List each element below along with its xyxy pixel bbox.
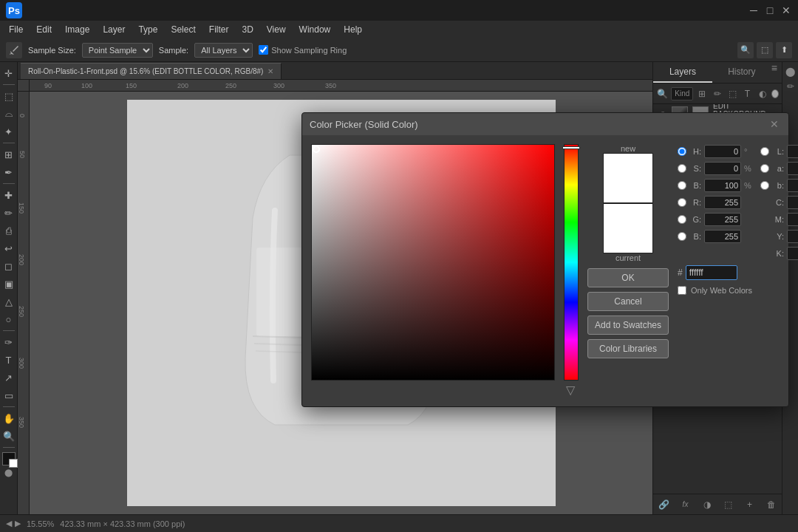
color-gradient[interactable]	[311, 144, 555, 381]
add-to-swatches-button[interactable]: Add to Swatches	[587, 316, 669, 335]
color-picker-dialog[interactable]: Color Picker (Solid Color) ✕ ▷ new	[301, 112, 789, 407]
input-h[interactable]	[704, 145, 741, 158]
input-r[interactable]	[704, 196, 741, 209]
move-tool[interactable]: ✛	[1, 65, 17, 81]
input-b[interactable]	[704, 179, 741, 192]
input-l[interactable]	[787, 145, 798, 158]
crop-tool[interactable]: ⊞	[1, 146, 17, 163]
dodge-tool[interactable]: ○	[1, 311, 17, 327]
next-btn[interactable]: ▶	[15, 519, 21, 528]
radio-g[interactable]	[678, 215, 686, 224]
input-blue[interactable]	[704, 230, 741, 243]
tab-history[interactable]: History	[712, 62, 771, 83]
image-zoom-icon[interactable]: ⬚	[757, 42, 773, 58]
menu-image[interactable]: Image	[59, 23, 95, 36]
transform-icon[interactable]: ⬚	[726, 86, 738, 101]
maximize-btn[interactable]: □	[764, 4, 776, 16]
lasso-tool[interactable]: ⌓	[1, 106, 17, 122]
color-libraries-button[interactable]: Color Libraries	[587, 339, 669, 358]
fx-icon[interactable]: fx	[678, 497, 694, 513]
foreground-color[interactable]	[2, 452, 16, 466]
radio-r[interactable]	[678, 198, 686, 207]
radio-s[interactable]	[678, 164, 686, 173]
radio-blue[interactable]	[678, 232, 686, 241]
menu-file[interactable]: File	[3, 23, 29, 36]
magic-wand-tool[interactable]: ✦	[1, 123, 17, 140]
sample-size-select[interactable]: Point Sample	[82, 43, 153, 58]
prev-btn[interactable]: ◀	[6, 519, 12, 528]
eraser-tool[interactable]: ◻	[1, 258, 17, 274]
tab-layers[interactable]: Layers	[653, 62, 712, 83]
delete-layer-icon[interactable]: 🗑	[763, 497, 780, 513]
text-tool[interactable]: T	[1, 352, 17, 368]
shape-tool[interactable]: ▭	[1, 387, 17, 403]
ok-button[interactable]: OK	[587, 268, 669, 287]
new-layer-icon[interactable]: +	[742, 497, 758, 513]
edit-icon[interactable]: ✏	[712, 86, 723, 101]
filter-layers-icon[interactable]: ⊞	[696, 86, 708, 101]
hue-slider[interactable]	[564, 144, 579, 381]
menu-edit[interactable]: Edit	[30, 23, 58, 36]
layer-search-input[interactable]: Kind	[671, 87, 693, 100]
panel-options-icon[interactable]: ≡	[771, 62, 782, 83]
input-k[interactable]	[787, 247, 798, 260]
minimize-btn[interactable]: ─	[748, 4, 760, 16]
fill-icon[interactable]	[771, 89, 779, 98]
radio-a[interactable]	[760, 164, 769, 173]
swatch-icon[interactable]: ⬤	[784, 65, 797, 78]
marquee-tool[interactable]: ⬚	[1, 88, 17, 104]
web-colors-checkbox[interactable]	[678, 286, 686, 295]
brush-preset-icon[interactable]: ✏	[784, 80, 797, 93]
input-g[interactable]	[704, 213, 741, 226]
sample-select[interactable]: All Layers	[194, 43, 253, 58]
show-ring-checkbox[interactable]	[259, 45, 268, 55]
hue-arrow[interactable]: ▷	[565, 386, 579, 395]
zoom-tool[interactable]: 🔍	[1, 428, 17, 444]
heal-tool[interactable]: ✚	[1, 187, 17, 203]
path-select-tool[interactable]: ↗	[1, 369, 17, 386]
hex-input[interactable]	[686, 265, 737, 280]
adjust-icon[interactable]: ◐	[757, 86, 768, 101]
history-brush-tool[interactable]: ↩	[1, 240, 17, 256]
cancel-button[interactable]: Cancel	[587, 292, 669, 311]
link-icon[interactable]: 🔗	[656, 497, 672, 513]
clone-tool[interactable]: ⎙	[1, 222, 17, 239]
close-btn[interactable]: ✕	[780, 4, 792, 16]
menu-select[interactable]: Select	[165, 23, 201, 36]
tab-close-btn[interactable]: ✕	[267, 67, 273, 75]
hand-tool[interactable]: ✋	[1, 410, 17, 426]
menu-window[interactable]: Window	[293, 23, 337, 36]
menu-type[interactable]: Type	[132, 23, 163, 36]
background-color[interactable]	[9, 459, 18, 468]
input-m[interactable]	[787, 213, 798, 226]
menu-help[interactable]: Help	[338, 23, 368, 36]
menu-filter[interactable]: Filter	[203, 23, 235, 36]
group-icon[interactable]: ⬚	[720, 497, 737, 513]
show-ring-label[interactable]: Show Sampling Ring	[259, 45, 347, 55]
quick-mask-icon[interactable]: ⬤	[4, 468, 13, 477]
input-y[interactable]	[787, 230, 798, 243]
menu-layer[interactable]: Layer	[97, 23, 131, 36]
pen-tool[interactable]: ✑	[1, 334, 17, 350]
dialog-close-btn[interactable]: ✕	[768, 117, 781, 131]
brush-tool[interactable]: ✏	[1, 205, 17, 221]
input-a[interactable]	[787, 162, 798, 175]
radio-l[interactable]	[760, 147, 769, 156]
menu-3d[interactable]: 3D	[236, 23, 259, 36]
blur-tool[interactable]: △	[1, 293, 17, 310]
document-tab[interactable]: Roll-On-Plastic-1-Front.psd @ 15.6% (EDI…	[21, 63, 282, 79]
menu-view[interactable]: View	[261, 23, 292, 36]
search-icon[interactable]: 🔍	[737, 42, 754, 58]
adjustment-icon[interactable]: ◑	[699, 497, 715, 513]
gradient-tool[interactable]: ▣	[1, 276, 17, 292]
share-icon[interactable]: ⬆	[776, 42, 792, 58]
eyedropper-tool[interactable]: ✒	[1, 164, 17, 180]
input-s[interactable]	[704, 162, 741, 175]
radio-b[interactable]	[678, 181, 686, 190]
radio-bstar[interactable]	[760, 181, 769, 190]
eyedropper-icon[interactable]	[6, 42, 22, 58]
input-bstar[interactable]	[787, 179, 798, 192]
search-layers-icon[interactable]: 🔍	[656, 86, 668, 101]
radio-h[interactable]	[678, 147, 686, 156]
effects-icon[interactable]: T	[741, 86, 753, 101]
